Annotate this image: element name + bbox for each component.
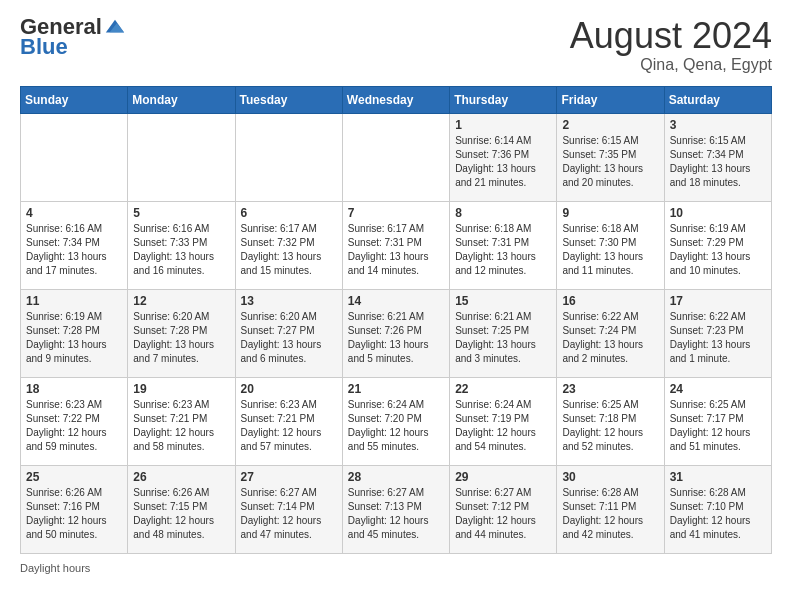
calendar-cell: 28Sunrise: 6:27 AM Sunset: 7:13 PM Dayli… [342,465,449,553]
calendar-cell: 31Sunrise: 6:28 AM Sunset: 7:10 PM Dayli… [664,465,771,553]
calendar-cell: 8Sunrise: 6:18 AM Sunset: 7:31 PM Daylig… [450,201,557,289]
calendar-cell: 19Sunrise: 6:23 AM Sunset: 7:21 PM Dayli… [128,377,235,465]
day-number: 17 [670,294,766,308]
day-info: Sunrise: 6:17 AM Sunset: 7:31 PM Dayligh… [348,222,444,278]
day-number: 14 [348,294,444,308]
day-info: Sunrise: 6:27 AM Sunset: 7:12 PM Dayligh… [455,486,551,542]
day-number: 21 [348,382,444,396]
calendar-cell: 3Sunrise: 6:15 AM Sunset: 7:34 PM Daylig… [664,113,771,201]
day-number: 22 [455,382,551,396]
calendar-cell: 4Sunrise: 6:16 AM Sunset: 7:34 PM Daylig… [21,201,128,289]
calendar-week-row: 18Sunrise: 6:23 AM Sunset: 7:22 PM Dayli… [21,377,772,465]
day-info: Sunrise: 6:20 AM Sunset: 7:28 PM Dayligh… [133,310,229,366]
day-info: Sunrise: 6:28 AM Sunset: 7:10 PM Dayligh… [670,486,766,542]
day-info: Sunrise: 6:18 AM Sunset: 7:31 PM Dayligh… [455,222,551,278]
calendar-cell: 20Sunrise: 6:23 AM Sunset: 7:21 PM Dayli… [235,377,342,465]
calendar-week-row: 4Sunrise: 6:16 AM Sunset: 7:34 PM Daylig… [21,201,772,289]
calendar-cell: 11Sunrise: 6:19 AM Sunset: 7:28 PM Dayli… [21,289,128,377]
calendar-week-row: 11Sunrise: 6:19 AM Sunset: 7:28 PM Dayli… [21,289,772,377]
day-number: 13 [241,294,337,308]
day-info: Sunrise: 6:15 AM Sunset: 7:35 PM Dayligh… [562,134,658,190]
calendar-cell: 2Sunrise: 6:15 AM Sunset: 7:35 PM Daylig… [557,113,664,201]
calendar-week-row: 1Sunrise: 6:14 AM Sunset: 7:36 PM Daylig… [21,113,772,201]
calendar-cell [128,113,235,201]
day-info: Sunrise: 6:26 AM Sunset: 7:16 PM Dayligh… [26,486,122,542]
calendar-cell: 25Sunrise: 6:26 AM Sunset: 7:16 PM Dayli… [21,465,128,553]
day-number: 9 [562,206,658,220]
weekday-header: Saturday [664,86,771,113]
weekday-header: Thursday [450,86,557,113]
day-number: 5 [133,206,229,220]
footer-note: Daylight hours [20,562,772,574]
day-number: 6 [241,206,337,220]
calendar-cell: 13Sunrise: 6:20 AM Sunset: 7:27 PM Dayli… [235,289,342,377]
day-number: 25 [26,470,122,484]
calendar-cell: 7Sunrise: 6:17 AM Sunset: 7:31 PM Daylig… [342,201,449,289]
calendar-cell: 29Sunrise: 6:27 AM Sunset: 7:12 PM Dayli… [450,465,557,553]
calendar-cell: 30Sunrise: 6:28 AM Sunset: 7:11 PM Dayli… [557,465,664,553]
day-info: Sunrise: 6:17 AM Sunset: 7:32 PM Dayligh… [241,222,337,278]
day-number: 28 [348,470,444,484]
day-number: 11 [26,294,122,308]
calendar-cell: 16Sunrise: 6:22 AM Sunset: 7:24 PM Dayli… [557,289,664,377]
daylight-label: Daylight hours [20,562,90,574]
weekday-header: Wednesday [342,86,449,113]
weekday-header-row: SundayMondayTuesdayWednesdayThursdayFrid… [21,86,772,113]
day-info: Sunrise: 6:27 AM Sunset: 7:13 PM Dayligh… [348,486,444,542]
day-number: 2 [562,118,658,132]
day-number: 4 [26,206,122,220]
calendar-cell: 6Sunrise: 6:17 AM Sunset: 7:32 PM Daylig… [235,201,342,289]
calendar-cell: 5Sunrise: 6:16 AM Sunset: 7:33 PM Daylig… [128,201,235,289]
day-info: Sunrise: 6:28 AM Sunset: 7:11 PM Dayligh… [562,486,658,542]
day-info: Sunrise: 6:19 AM Sunset: 7:29 PM Dayligh… [670,222,766,278]
day-number: 30 [562,470,658,484]
day-number: 7 [348,206,444,220]
calendar-cell: 14Sunrise: 6:21 AM Sunset: 7:26 PM Dayli… [342,289,449,377]
logo-blue-text: Blue [20,34,68,60]
day-info: Sunrise: 6:22 AM Sunset: 7:23 PM Dayligh… [670,310,766,366]
day-info: Sunrise: 6:23 AM Sunset: 7:21 PM Dayligh… [241,398,337,454]
calendar-cell: 21Sunrise: 6:24 AM Sunset: 7:20 PM Dayli… [342,377,449,465]
day-info: Sunrise: 6:19 AM Sunset: 7:28 PM Dayligh… [26,310,122,366]
day-info: Sunrise: 6:22 AM Sunset: 7:24 PM Dayligh… [562,310,658,366]
day-info: Sunrise: 6:26 AM Sunset: 7:15 PM Dayligh… [133,486,229,542]
calendar-cell: 24Sunrise: 6:25 AM Sunset: 7:17 PM Dayli… [664,377,771,465]
day-number: 20 [241,382,337,396]
month-year-title: August 2024 [570,16,772,56]
day-info: Sunrise: 6:14 AM Sunset: 7:36 PM Dayligh… [455,134,551,190]
day-info: Sunrise: 6:18 AM Sunset: 7:30 PM Dayligh… [562,222,658,278]
calendar-cell [21,113,128,201]
day-info: Sunrise: 6:21 AM Sunset: 7:26 PM Dayligh… [348,310,444,366]
calendar-cell: 10Sunrise: 6:19 AM Sunset: 7:29 PM Dayli… [664,201,771,289]
calendar-cell: 1Sunrise: 6:14 AM Sunset: 7:36 PM Daylig… [450,113,557,201]
day-number: 18 [26,382,122,396]
day-number: 16 [562,294,658,308]
day-info: Sunrise: 6:25 AM Sunset: 7:18 PM Dayligh… [562,398,658,454]
calendar-cell: 23Sunrise: 6:25 AM Sunset: 7:18 PM Dayli… [557,377,664,465]
day-info: Sunrise: 6:21 AM Sunset: 7:25 PM Dayligh… [455,310,551,366]
calendar-cell: 26Sunrise: 6:26 AM Sunset: 7:15 PM Dayli… [128,465,235,553]
day-info: Sunrise: 6:23 AM Sunset: 7:21 PM Dayligh… [133,398,229,454]
logo: General Blue [20,16,126,60]
day-info: Sunrise: 6:27 AM Sunset: 7:14 PM Dayligh… [241,486,337,542]
day-number: 27 [241,470,337,484]
day-number: 19 [133,382,229,396]
logo-icon [104,16,126,38]
day-info: Sunrise: 6:15 AM Sunset: 7:34 PM Dayligh… [670,134,766,190]
day-info: Sunrise: 6:25 AM Sunset: 7:17 PM Dayligh… [670,398,766,454]
day-number: 12 [133,294,229,308]
day-info: Sunrise: 6:24 AM Sunset: 7:20 PM Dayligh… [348,398,444,454]
day-number: 31 [670,470,766,484]
weekday-header: Sunday [21,86,128,113]
day-number: 8 [455,206,551,220]
weekday-header: Monday [128,86,235,113]
weekday-header: Tuesday [235,86,342,113]
weekday-header: Friday [557,86,664,113]
page-header: General Blue August 2024 Qina, Qena, Egy… [20,16,772,74]
calendar-table: SundayMondayTuesdayWednesdayThursdayFrid… [20,86,772,554]
day-info: Sunrise: 6:16 AM Sunset: 7:33 PM Dayligh… [133,222,229,278]
day-info: Sunrise: 6:23 AM Sunset: 7:22 PM Dayligh… [26,398,122,454]
calendar-cell: 9Sunrise: 6:18 AM Sunset: 7:30 PM Daylig… [557,201,664,289]
calendar-cell: 22Sunrise: 6:24 AM Sunset: 7:19 PM Dayli… [450,377,557,465]
calendar-cell: 18Sunrise: 6:23 AM Sunset: 7:22 PM Dayli… [21,377,128,465]
